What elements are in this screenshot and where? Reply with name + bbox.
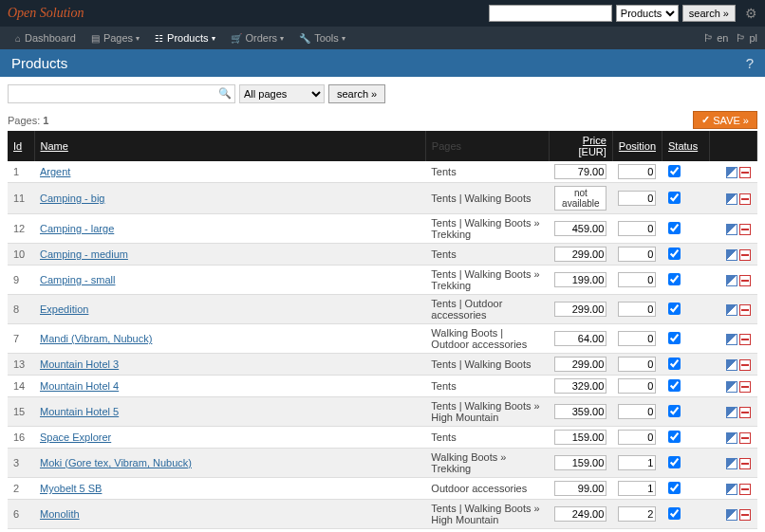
product-link[interactable]: Mountain Hotel 3 xyxy=(40,358,119,370)
price-input[interactable] xyxy=(554,272,606,287)
price-input[interactable] xyxy=(554,164,606,179)
filter-search-button[interactable]: search » xyxy=(328,84,385,103)
delete-icon[interactable] xyxy=(739,458,751,469)
price-input[interactable] xyxy=(554,247,606,262)
sort-id[interactable]: Id xyxy=(13,140,22,152)
status-checkbox[interactable] xyxy=(668,273,681,285)
price-input[interactable] xyxy=(554,506,606,522)
delete-icon[interactable] xyxy=(739,304,751,316)
sort-name[interactable]: Name xyxy=(41,140,68,152)
sort-status[interactable]: Status xyxy=(668,140,698,152)
position-input[interactable] xyxy=(618,357,656,372)
nav-item-pages[interactable]: ▤Pages▾ xyxy=(84,32,147,44)
position-input[interactable] xyxy=(618,247,656,262)
edit-icon[interactable] xyxy=(726,407,737,418)
status-checkbox[interactable] xyxy=(668,456,681,468)
nav-item-orders[interactable]: 🛒Orders▾ xyxy=(223,32,292,44)
product-link[interactable]: Myobelt 5 SB xyxy=(40,483,102,494)
gear-icon[interactable]: ⚙ xyxy=(745,6,757,21)
delete-icon[interactable] xyxy=(739,509,751,521)
nav-item-products[interactable]: ☷Products▾ xyxy=(147,32,222,44)
position-input[interactable] xyxy=(618,404,656,419)
delete-icon[interactable] xyxy=(739,432,751,444)
product-link[interactable]: Camping - big xyxy=(40,193,104,204)
product-link[interactable]: Space Explorer xyxy=(40,431,111,443)
delete-icon[interactable] xyxy=(739,407,751,418)
position-input[interactable] xyxy=(618,272,656,287)
position-input[interactable] xyxy=(618,455,656,470)
top-type-select[interactable]: Products xyxy=(616,5,679,22)
delete-icon[interactable] xyxy=(739,224,751,235)
price-input[interactable] xyxy=(554,430,606,445)
price-input[interactable] xyxy=(554,404,606,419)
product-link[interactable]: Mountain Hotel 5 xyxy=(40,406,119,417)
position-input[interactable] xyxy=(618,378,656,394)
delete-icon[interactable] xyxy=(739,193,751,205)
edit-icon[interactable] xyxy=(726,381,737,393)
edit-icon[interactable] xyxy=(726,432,737,444)
position-input[interactable] xyxy=(618,430,656,445)
edit-icon[interactable] xyxy=(726,334,737,345)
price-input[interactable] xyxy=(554,221,606,236)
price-input[interactable] xyxy=(554,302,606,317)
position-input[interactable] xyxy=(618,481,656,496)
status-checkbox[interactable] xyxy=(668,332,681,344)
top-search-input[interactable] xyxy=(489,5,612,22)
position-input[interactable] xyxy=(618,221,656,236)
delete-icon[interactable] xyxy=(739,275,751,286)
product-link[interactable]: Mandi (Vibram, Nubuck) xyxy=(40,333,152,344)
sort-position[interactable]: Position xyxy=(619,140,656,152)
lang-en[interactable]: 🏳 en xyxy=(703,32,728,44)
save-button-top[interactable]: SAVE » xyxy=(693,111,757,129)
product-link[interactable]: Mountain Hotel 4 xyxy=(40,380,119,392)
product-link[interactable]: Monolith xyxy=(40,508,80,520)
product-link[interactable]: Camping - small xyxy=(40,274,115,285)
edit-icon[interactable] xyxy=(726,167,737,178)
product-link[interactable]: Expedition xyxy=(40,303,88,315)
delete-icon[interactable] xyxy=(739,359,751,371)
position-input[interactable] xyxy=(618,302,656,317)
status-checkbox[interactable] xyxy=(668,222,681,234)
sort-price[interactable]: Price xyxy=(583,135,606,146)
nav-item-dashboard[interactable]: ⌂Dashboard xyxy=(8,32,84,44)
status-checkbox[interactable] xyxy=(668,379,681,392)
delete-icon[interactable] xyxy=(739,381,751,393)
product-link[interactable]: Camping - medium xyxy=(40,248,128,260)
status-checkbox[interactable] xyxy=(668,303,681,315)
edit-icon[interactable] xyxy=(726,509,737,521)
status-checkbox[interactable] xyxy=(668,248,681,260)
status-checkbox[interactable] xyxy=(668,192,681,204)
edit-icon[interactable] xyxy=(726,359,737,371)
lang-pl[interactable]: 🏳 pl xyxy=(736,32,757,44)
help-icon[interactable]: ? xyxy=(746,55,754,71)
nav-item-tools[interactable]: 🔧Tools▾ xyxy=(291,32,353,44)
top-search-button[interactable]: search » xyxy=(682,5,736,22)
delete-icon[interactable] xyxy=(739,484,751,495)
status-checkbox[interactable] xyxy=(668,165,681,177)
price-input[interactable] xyxy=(554,357,606,372)
delete-icon[interactable] xyxy=(739,167,751,178)
position-input[interactable] xyxy=(618,191,656,206)
price-input[interactable] xyxy=(554,378,606,394)
edit-icon[interactable] xyxy=(726,484,737,495)
status-checkbox[interactable] xyxy=(668,405,681,417)
edit-icon[interactable] xyxy=(726,193,737,205)
product-link[interactable]: Camping - large xyxy=(40,223,114,234)
delete-icon[interactable] xyxy=(739,249,751,261)
edit-icon[interactable] xyxy=(726,224,737,235)
status-checkbox[interactable] xyxy=(668,431,681,443)
filter-search-input[interactable] xyxy=(8,84,235,103)
delete-icon[interactable] xyxy=(739,334,751,345)
status-checkbox[interactable] xyxy=(668,507,681,520)
edit-icon[interactable] xyxy=(726,249,737,261)
price-input[interactable] xyxy=(554,481,606,496)
position-input[interactable] xyxy=(618,331,656,346)
status-checkbox[interactable] xyxy=(668,358,681,370)
position-input[interactable] xyxy=(618,506,656,522)
edit-icon[interactable] xyxy=(726,275,737,286)
product-link[interactable]: Argent xyxy=(40,166,70,177)
price-input[interactable] xyxy=(554,331,606,346)
product-link[interactable]: Moki (Gore tex, Vibram, Nubuck) xyxy=(40,457,192,468)
position-input[interactable] xyxy=(618,164,656,179)
status-checkbox[interactable] xyxy=(668,482,681,494)
